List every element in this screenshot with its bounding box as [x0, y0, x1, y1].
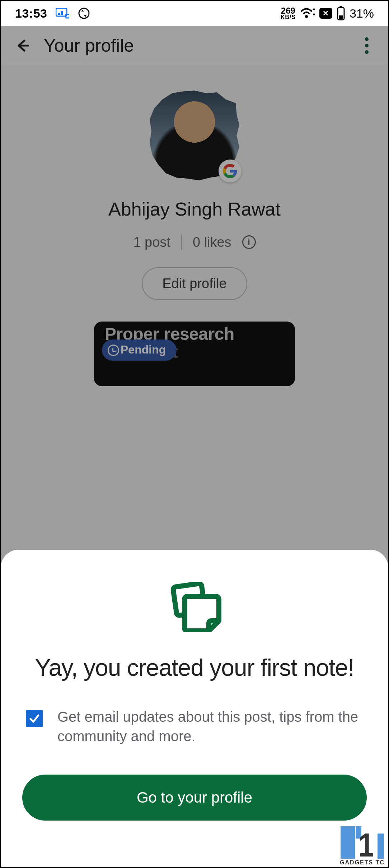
email-updates-label: Get email updates about this post, tips …	[57, 707, 363, 746]
sheet-title: Yay, you created your first note!	[35, 654, 354, 682]
email-updates-checkbox[interactable]	[26, 710, 43, 727]
go-to-profile-button[interactable]: Go to your profile	[22, 775, 367, 821]
svg-rect-1	[58, 13, 60, 15]
svg-point-5	[305, 15, 308, 18]
network-speed: 269 KB/S	[281, 7, 296, 20]
bottom-sheet: Yay, you created your first note! Get em…	[1, 550, 388, 867]
cast-icon	[56, 8, 69, 19]
sync-icon	[78, 7, 90, 19]
notes-icon	[168, 582, 221, 632]
watermark: 1 GADGETS TC	[340, 826, 385, 866]
svg-rect-3	[66, 14, 69, 18]
svg-point-4	[79, 8, 89, 18]
svg-rect-8	[339, 15, 343, 19]
wifi-icon	[300, 7, 315, 19]
battery-icon	[337, 6, 345, 20]
status-bar: 13:53 269 KB/S ✕ 31%	[1, 1, 388, 26]
status-time: 13:53	[15, 6, 47, 20]
svg-rect-7	[339, 6, 342, 8]
close-badge-icon: ✕	[319, 8, 332, 19]
svg-rect-2	[61, 11, 63, 15]
battery-percent: 31%	[350, 6, 374, 20]
